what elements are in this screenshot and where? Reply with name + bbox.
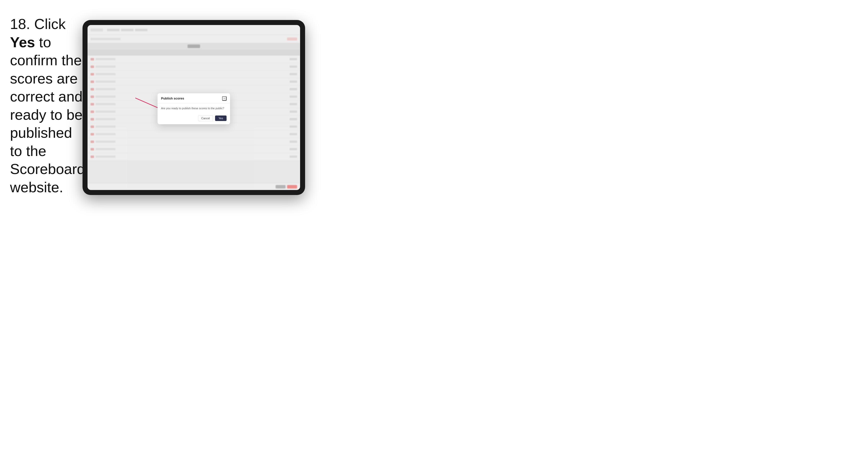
instruction-text: 18. Click Yes to confirm the scores are … bbox=[10, 15, 88, 196]
modal-body-text: Are you ready to publish these scores to… bbox=[161, 106, 226, 110]
yes-button[interactable]: Yes bbox=[215, 116, 226, 121]
modal-header: Publish scores × bbox=[158, 93, 230, 103]
publish-scores-dialog: Publish scores × Are you ready to publis… bbox=[158, 93, 230, 124]
bold-yes: Yes bbox=[10, 34, 35, 50]
instruction-part1: Click bbox=[30, 16, 66, 32]
modal-title: Publish scores bbox=[161, 96, 184, 100]
modal-close-button[interactable]: × bbox=[222, 96, 226, 101]
modal-footer: Cancel Yes bbox=[158, 113, 230, 124]
modal-body: Are you ready to publish these scores to… bbox=[158, 103, 230, 113]
tablet-device: Publish scores × Are you ready to publis… bbox=[83, 20, 305, 195]
instruction-part2: to confirm the scores are correct and re… bbox=[10, 34, 85, 195]
tablet-screen: Publish scores × Are you ready to publis… bbox=[88, 25, 300, 190]
step-number: 18. bbox=[10, 16, 30, 32]
cancel-button[interactable]: Cancel bbox=[198, 115, 213, 121]
modal-overlay: Publish scores × Are you ready to publis… bbox=[88, 25, 300, 190]
